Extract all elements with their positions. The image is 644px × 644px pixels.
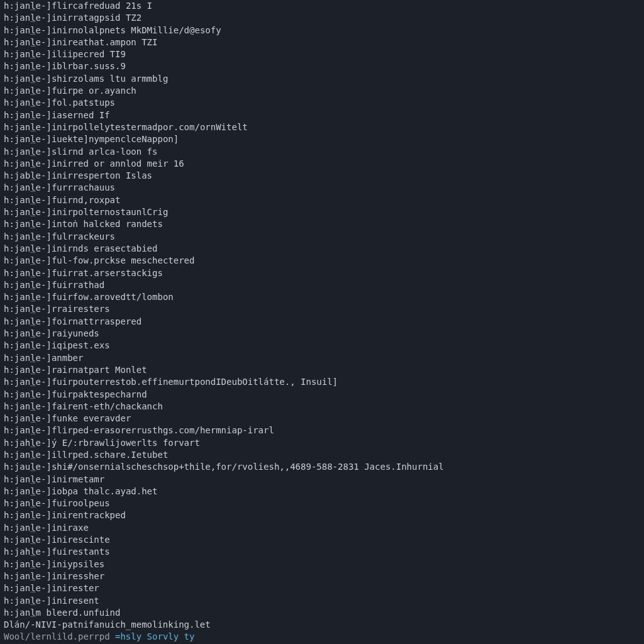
line-prefix: h:janle-] [4, 37, 52, 47]
line-content: fuirpouterrestob.effinemurtpondIDeubOitl… [52, 377, 338, 387]
line-prefix: h:janle-] [4, 219, 52, 229]
line-content: inirresperton Islas [52, 170, 152, 180]
terminal-line: h:janle-]iliipecred TI9 [4, 48, 640, 60]
line-prefix: h:janle-] [4, 13, 52, 23]
line-prefix: h:janle-] [4, 304, 52, 314]
line-content: iuekte]nympenclceNappon] [52, 134, 179, 144]
terminal-line: h:janle-]ful-fow.prckse meschectered [4, 255, 640, 267]
line-prefix: h:janle-] [4, 122, 52, 132]
terminal-line: h:janle-]flirped-erasorerrusthgs.com/her… [4, 425, 640, 436]
line-prefix: h:jahle-] [4, 438, 52, 448]
terminal-line: h:janle-]shirzolams ltu armmblg [4, 73, 640, 85]
terminal-line: h:janle-]furrrachauus [4, 182, 640, 194]
line-prefix: h:janle-] [4, 425, 52, 435]
line-prefix: h:janle-] [4, 450, 52, 460]
terminal-line: h:janle-]fuirfow.arovedtt/lombon [4, 291, 640, 303]
prompt-line[interactable]: Wool/lernlild.perrpd =hsly Sorvly ty [4, 631, 640, 643]
terminal-line: h:janle-]fuirpouterrestob.effinemurtpond… [4, 376, 640, 388]
line-content: furrrachauus [52, 182, 115, 192]
line-content: inirentrackped [52, 510, 126, 520]
terminal-line: h:janle-]iniresent [4, 595, 640, 607]
line-content: fuirestants [52, 547, 110, 557]
line-prefix: h:janle-] [4, 571, 52, 581]
line-content: inireathat.ampon TZI [52, 37, 158, 47]
line-prefix: h:janle-] [4, 147, 52, 157]
line-prefix: h:janle-] [4, 523, 52, 533]
line-content: inirratagpsid TZ2 [52, 13, 142, 23]
line-content: rairnatpart Monlet [52, 365, 147, 375]
line-content: iqipest.exs [52, 340, 110, 350]
line-prefix: h:janle-] [4, 340, 52, 350]
line-content: inirmetamr [52, 474, 104, 484]
terminal-line: h:jable-]inirresperton Islas [4, 170, 640, 182]
terminal-line: h:janle-]fuirrat.arserstackigs [4, 267, 640, 279]
terminal-line: h:janle-]inirratagpsid TZ2 [4, 12, 640, 24]
terminal-line: h:janle-]fuirpaktespecharnd [4, 389, 640, 401]
terminal-line: h:janle-]inirentrackped [4, 509, 640, 521]
line-prefix: h:janle-] [4, 413, 52, 423]
terminal-line: h:janle-]fuirrathad [4, 279, 640, 291]
line-content: inirnds erasectabied [52, 243, 158, 253]
line-content: fairent-eth/chackanch [52, 401, 163, 411]
line-prefix: h:janle-] [4, 97, 52, 108]
line-prefix: h:janle-] [4, 49, 52, 59]
line-content: funke everavder [52, 413, 131, 423]
line-prefix: h:janle-] [4, 207, 52, 217]
line-content: fulrrackeurs [52, 231, 115, 242]
line-content: fuirfow.arovedtt/lombon [52, 292, 174, 302]
terminal-line: h:janle-]slirnd arlca-loon fs [4, 146, 640, 158]
terminal-line: h:janle-]iniressher [4, 570, 640, 582]
line-prefix: h:janle-] [4, 365, 52, 375]
terminal-line: h:janle-]illrped.schare.Ietubet [4, 449, 640, 461]
line-prefix: h:janle-] [4, 316, 52, 326]
terminal-line: h:jahle-]fuirestants [4, 546, 640, 558]
terminal-line: h:janle-]fulrrackeurs [4, 231, 640, 243]
terminal-line: h:janle-]inirnolalpnets MkDMillie/d@esof… [4, 25, 640, 36]
line-content: inirester [52, 583, 99, 593]
line-content: inirred or annlod meir 16 [52, 158, 184, 169]
line-prefix: h:janle-] [4, 328, 52, 338]
terminal-line: h:janle-]flircafreduad 21s I [4, 0, 640, 12]
terminal-line: h:janle-]inirnds erasectabied [4, 243, 640, 255]
terminal-line: h:janle-]anmber [4, 352, 640, 364]
terminal-line: h:janle-]iuekte]nympenclceNappon] [4, 133, 640, 145]
line-content: intoṅ halcked randets [52, 219, 163, 229]
line-prefix: h:janle-] [4, 583, 52, 593]
line-content: inirpolternostaunlCrig [52, 207, 168, 217]
line-content: fuirrathad [52, 280, 104, 290]
terminal-line: h:janle-]foirnattrraspered [4, 316, 640, 328]
line-content: illrped.schare.Ietubet [52, 450, 168, 460]
line-content: iniraxe [52, 523, 89, 533]
line-prefix: h:janle-] [4, 182, 52, 192]
line-prefix: h:janle-] [4, 134, 52, 144]
terminal-line: h:janle-]inirester [4, 582, 640, 594]
line-prefix: h:janle-] [4, 110, 52, 120]
prompt-command: =hsly [115, 631, 147, 641]
line-prefix: h:janle-] [4, 596, 52, 606]
line-content: raiyuneds [52, 328, 99, 338]
line-prefix: h:janle-] [4, 243, 52, 253]
line-content: inirescinte [52, 535, 110, 545]
line-prefix: h:janle-] [4, 255, 52, 265]
line-prefix: h:janle-] [4, 61, 52, 71]
terminal-line: h:janle-]fuirpe or.ayanch [4, 85, 640, 97]
terminal-line: h:janle-]inirred or annlod meir 16 [4, 158, 640, 170]
line-prefix: h:janle-] [4, 559, 52, 569]
terminal-line: h:jahle-]ý E/:rbrawlijowerlts forvart [4, 437, 640, 449]
line-prefix: h:janlm [4, 608, 46, 618]
line-content: iaserned If [52, 110, 110, 120]
line-prefix: h:janle-] [4, 195, 52, 205]
line-prefix: h:jahle-] [4, 547, 52, 557]
terminal-output[interactable]: h:janle-]flircafreduad 21s Ih:janle-]ini… [0, 0, 644, 643]
line-content: anmber [52, 353, 84, 363]
terminal-line: h:janle-]fuirnd,roxpat [4, 194, 640, 206]
line-prefix: h:janle-] [4, 86, 52, 96]
line-content: slirnd arlca-loon fs [52, 147, 158, 157]
line-prefix: h:janle-] [4, 389, 52, 399]
line-content: fuirrat.arserstackigs [52, 268, 163, 278]
terminal-line: h:janle-]iobρa thalc.ayad.het [4, 486, 640, 497]
line-prefix: h:janle-] [4, 1, 52, 11]
line-content: ful-fow.prckse meschectered [52, 255, 195, 265]
line-prefix: h:janle-] [4, 486, 52, 496]
terminal-line: h:janle-]iaserned If [4, 109, 640, 121]
